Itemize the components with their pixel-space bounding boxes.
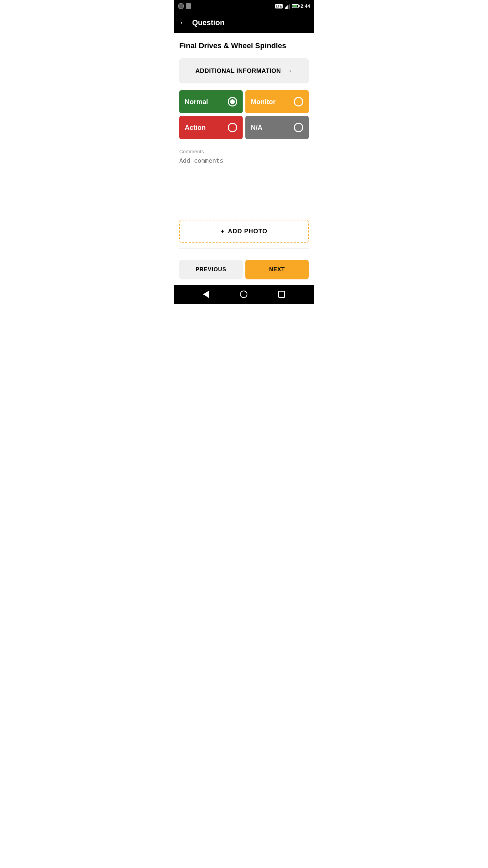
previous-button[interactable]: PREVIOUS xyxy=(179,260,243,279)
additional-info-label: ADDITIONAL INFORMATION xyxy=(196,67,281,75)
bottom-nav: PREVIOUS NEXT xyxy=(174,260,314,285)
option-monitor-label: Monitor xyxy=(251,98,276,106)
next-button[interactable]: NEXT xyxy=(245,260,309,279)
status-bar: LTE 2:44 xyxy=(174,0,314,12)
option-na-button[interactable]: N/A xyxy=(245,116,309,139)
recents-system-button[interactable] xyxy=(278,291,285,298)
app-bar: ← Question xyxy=(174,12,314,33)
back-button[interactable]: ← xyxy=(179,18,187,27)
spacer xyxy=(174,202,314,211)
add-photo-button[interactable]: + ADD PHOTO xyxy=(179,220,309,243)
lte-badge: LTE xyxy=(275,4,283,8)
option-action-radio xyxy=(228,123,237,132)
arrow-right-icon: → xyxy=(285,66,293,75)
add-photo-label: ADD PHOTO xyxy=(228,228,267,235)
comments-label: Comments xyxy=(179,149,309,154)
home-system-button[interactable] xyxy=(240,291,247,298)
option-na-radio xyxy=(294,123,303,132)
camera-icon xyxy=(178,3,184,9)
option-action-button[interactable]: Action xyxy=(179,116,243,139)
option-monitor-radio xyxy=(294,97,303,106)
option-normal-button[interactable]: Normal xyxy=(179,90,243,113)
home-circle-icon xyxy=(240,291,247,298)
options-grid: Normal Monitor Action N/A xyxy=(179,90,309,139)
sd-card-icon xyxy=(186,3,191,9)
add-photo-area: + ADD PHOTO xyxy=(174,211,314,260)
option-monitor-button[interactable]: Monitor xyxy=(245,90,309,113)
status-right: LTE 2:44 xyxy=(275,3,310,9)
app-bar-title: Question xyxy=(192,18,224,27)
option-action-label: Action xyxy=(185,124,206,132)
back-triangle-icon xyxy=(203,291,209,298)
section-title: Final Drives & Wheel Spindles xyxy=(179,41,309,50)
comments-section: Comments xyxy=(179,149,309,179)
additional-info-button[interactable]: ADDITIONAL INFORMATION → xyxy=(179,58,309,83)
option-normal-radio xyxy=(228,97,237,106)
option-na-label: N/A xyxy=(251,124,262,132)
option-normal-label: Normal xyxy=(185,98,208,106)
recents-square-icon xyxy=(278,291,285,298)
divider xyxy=(179,249,309,249)
main-content: Final Drives & Wheel Spindles ADDITIONAL… xyxy=(174,33,314,202)
comments-input[interactable] xyxy=(179,157,309,177)
add-photo-plus-icon: + xyxy=(221,228,225,235)
battery-icon xyxy=(292,4,299,8)
back-system-button[interactable] xyxy=(203,291,209,298)
clock: 2:44 xyxy=(301,3,310,9)
signal-icon xyxy=(285,3,290,9)
status-left xyxy=(178,3,191,9)
system-nav-bar xyxy=(174,285,314,304)
